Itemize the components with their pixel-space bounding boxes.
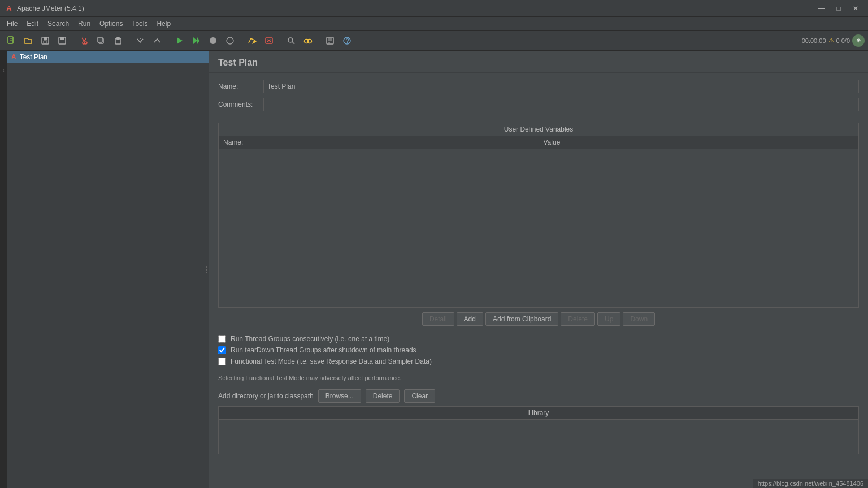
panel-title: Test Plan bbox=[218, 58, 258, 67]
comments-label: Comments: bbox=[218, 101, 263, 108]
menu-bar: File Edit Search Run Options Tools Help bbox=[0, 17, 868, 30]
library-section: Library bbox=[218, 406, 859, 454]
svg-rect-4 bbox=[44, 37, 47, 40]
functional-test-label: Functional Test Mode (i.e. save Response… bbox=[231, 358, 432, 365]
divider-handle[interactable] bbox=[204, 258, 209, 281]
up-button[interactable]: Up bbox=[597, 312, 620, 326]
toolbar-find-button[interactable] bbox=[283, 33, 299, 49]
window-title: Apache JMeter (5.4.1) bbox=[17, 5, 84, 12]
run-teardown-checkbox[interactable] bbox=[218, 346, 226, 354]
menu-help[interactable]: Help bbox=[152, 19, 175, 29]
comments-input[interactable] bbox=[263, 98, 859, 111]
name-label: Name: bbox=[218, 82, 263, 90]
svg-point-17 bbox=[227, 37, 233, 44]
toolbar-saveas-button[interactable] bbox=[54, 33, 70, 49]
toolbar-run-nopause-button[interactable] bbox=[188, 33, 204, 49]
toolbar-run-button[interactable] bbox=[171, 33, 187, 49]
timer-display: 00:00:00 bbox=[802, 37, 826, 44]
svg-rect-7 bbox=[60, 37, 64, 40]
toolbar-open-button[interactable] bbox=[20, 33, 36, 49]
variables-header-row: Name: Value bbox=[219, 136, 858, 149]
table-buttons: Detail Add Add from Clipboard Delete Up … bbox=[209, 308, 868, 330]
content-area: Test Plan Name: Comments: User Defined V… bbox=[209, 51, 868, 488]
classpath-label: Add directory or jar to classpath bbox=[218, 392, 314, 400]
minimize-button[interactable]: — bbox=[814, 2, 830, 15]
classpath-delete-button[interactable]: Delete bbox=[366, 389, 400, 403]
sidebar-item-label: Test Plan bbox=[20, 53, 47, 61]
run-consecutive-checkbox[interactable] bbox=[218, 335, 226, 343]
name-row: Name: bbox=[218, 80, 859, 93]
title-bar-controls: — □ ✕ bbox=[814, 2, 863, 15]
run-consecutive-row: Run Thread Groups consecutively (i.e. on… bbox=[218, 335, 859, 343]
divider-dot-3 bbox=[206, 272, 207, 273]
variables-table: Name: Value bbox=[219, 136, 858, 149]
toolbar-clear-button[interactable] bbox=[244, 33, 260, 49]
run-consecutive-label: Run Thread Groups consecutively (i.e. on… bbox=[231, 335, 389, 343]
menu-edit[interactable]: Edit bbox=[22, 19, 43, 29]
svg-rect-9 bbox=[98, 37, 102, 42]
sidebar: t A Test Plan bbox=[0, 51, 209, 488]
menu-run[interactable]: Run bbox=[73, 19, 95, 29]
checkbox-section: Run Thread Groups consecutively (i.e. on… bbox=[209, 330, 868, 373]
browse-button[interactable]: Browse... bbox=[318, 389, 361, 403]
col-name-header: Name: bbox=[219, 136, 539, 149]
status-url: https://blog.csdn.net/weixin_45481406 bbox=[758, 480, 863, 487]
add-button[interactable]: Add bbox=[457, 312, 483, 326]
variables-title: User Defined Variables bbox=[219, 123, 858, 136]
detail-button[interactable]: Detail bbox=[422, 312, 454, 326]
sidebar-item-testplan[interactable]: A Test Plan bbox=[7, 51, 209, 63]
toolbar: ? 00:00:00 ⚠ 0 0/0 ⊕ bbox=[0, 30, 868, 51]
toolbar-clearall-button[interactable] bbox=[261, 33, 277, 49]
toolbar-right: 00:00:00 ⚠ 0 0/0 ⊕ bbox=[802, 34, 865, 47]
library-title: Library bbox=[219, 407, 858, 420]
maximize-button[interactable]: □ bbox=[831, 2, 847, 15]
svg-line-23 bbox=[292, 42, 294, 44]
form-section: Name: Comments: bbox=[209, 73, 868, 123]
svg-rect-5 bbox=[44, 41, 47, 43]
menu-options[interactable]: Options bbox=[95, 19, 127, 29]
toolbar-collapse-button[interactable] bbox=[149, 33, 165, 49]
app-icon: A bbox=[5, 4, 14, 13]
toolbar-expand-button[interactable] bbox=[132, 33, 148, 49]
toolbar-stop-button[interactable] bbox=[205, 33, 221, 49]
menu-tools[interactable]: Tools bbox=[127, 19, 152, 29]
toolbar-help-button[interactable]: ? bbox=[339, 33, 355, 49]
status-bar: https://blog.csdn.net/weixin_45481406 bbox=[753, 479, 868, 488]
toolbar-paste-button[interactable] bbox=[110, 33, 126, 49]
close-button[interactable]: ✕ bbox=[848, 2, 863, 15]
counter-display: 0 0/0 bbox=[836, 37, 850, 44]
clear-button[interactable]: Clear bbox=[404, 389, 435, 403]
svg-marker-13 bbox=[177, 37, 183, 44]
title-bar: A Apache JMeter (5.4.1) — □ ✕ bbox=[0, 0, 868, 17]
toolbar-copy-button[interactable] bbox=[93, 33, 109, 49]
warning-icon: ⚠ bbox=[828, 37, 834, 44]
functional-test-checkbox[interactable] bbox=[218, 358, 226, 365]
down-button[interactable]: Down bbox=[623, 312, 655, 326]
toolbar-new-button[interactable] bbox=[3, 33, 19, 49]
comments-row: Comments: bbox=[218, 98, 859, 111]
sidebar-edge: t bbox=[0, 51, 7, 488]
menu-file[interactable]: File bbox=[2, 19, 22, 29]
delete-button[interactable]: Delete bbox=[561, 312, 595, 326]
remote-button[interactable]: ⊕ bbox=[852, 34, 865, 47]
toolbar-shutdown-button[interactable] bbox=[222, 33, 238, 49]
toolbar-binoculars-button[interactable] bbox=[300, 33, 316, 49]
name-input[interactable] bbox=[263, 80, 859, 93]
menu-search[interactable]: Search bbox=[43, 19, 73, 29]
toolbar-save-button[interactable] bbox=[37, 33, 53, 49]
svg-marker-18 bbox=[252, 40, 257, 44]
add-from-clipboard-button[interactable]: Add from Clipboard bbox=[485, 312, 558, 326]
toolbar-cut-button[interactable] bbox=[76, 33, 92, 49]
variables-body bbox=[219, 149, 858, 307]
toolbar-templates-button[interactable] bbox=[322, 33, 338, 49]
variables-section: User Defined Variables Name: Value bbox=[218, 123, 859, 308]
library-body bbox=[219, 420, 858, 454]
note-text: Selecting Functional Test Mode may adver… bbox=[209, 373, 868, 386]
svg-text:?: ? bbox=[346, 38, 349, 44]
svg-rect-11 bbox=[116, 37, 120, 40]
run-teardown-row: Run tearDown Thread Groups after shutdow… bbox=[218, 346, 859, 354]
panel-header: Test Plan bbox=[209, 51, 868, 73]
svg-point-22 bbox=[288, 38, 293, 42]
functional-test-row: Functional Test Mode (i.e. save Response… bbox=[218, 358, 859, 365]
divider-dot-1 bbox=[206, 266, 207, 268]
